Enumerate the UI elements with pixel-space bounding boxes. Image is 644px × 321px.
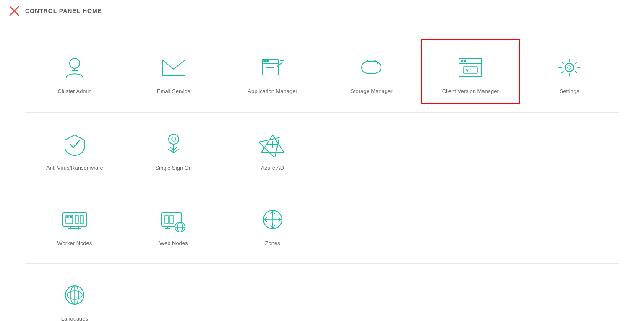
languages-label: Languages	[61, 316, 88, 321]
client-version-manager-label: Client Version Manager	[442, 88, 499, 94]
email-service-label: Email Service	[157, 88, 190, 94]
worker-nodes-item[interactable]: Worker Nodes	[25, 192, 124, 255]
svg-point-8	[264, 60, 266, 62]
single-sign-on-label: Single Sign On	[155, 165, 192, 171]
settings-item[interactable]: Settings	[520, 39, 619, 104]
application-manager-label: Application Manager	[248, 88, 297, 94]
svg-point-20	[565, 63, 574, 72]
cluster-admin-icon	[58, 53, 91, 82]
svg-point-22	[169, 134, 179, 144]
svg-rect-40	[170, 215, 173, 224]
single-sign-on-item[interactable]: Single Sign On	[124, 117, 223, 179]
svg-point-33	[67, 216, 68, 218]
main-content: Cluster Admin Email Service	[0, 22, 644, 321]
page-title: CONTROL PANEL HOME	[25, 8, 102, 14]
application-manager-item[interactable]: Application Manager	[223, 39, 322, 104]
antivirus-item[interactable]: Anti Virus/Ransomware	[25, 117, 124, 179]
svg-point-9	[267, 60, 269, 62]
section-row-2: Anti Virus/Ransomware Single Sign On	[25, 117, 619, 188]
svg-point-16	[461, 60, 463, 62]
storage-manager-label: Storage Manager	[350, 88, 392, 94]
client-version-manager-item[interactable]: V# Client Version Manager	[421, 39, 520, 104]
cluster-admin-item[interactable]: Cluster Admin	[25, 39, 124, 104]
languages-icon	[58, 280, 91, 310]
svg-point-23	[172, 137, 176, 141]
client-version-manager-icon: V#	[454, 53, 487, 82]
zones-label: Zones	[265, 240, 280, 246]
section-row-1: Cluster Admin Email Service	[25, 39, 619, 113]
web-nodes-label: Web Nodes	[159, 240, 188, 246]
web-nodes-item[interactable]: Web Nodes	[124, 192, 223, 255]
svg-point-2	[70, 58, 80, 68]
svg-point-34	[70, 216, 72, 218]
svg-point-17	[464, 60, 466, 62]
email-service-item[interactable]: Email Service	[124, 39, 223, 104]
worker-nodes-label: Worker Nodes	[57, 240, 92, 246]
worker-nodes-icon	[58, 205, 91, 234]
svg-rect-31	[75, 215, 78, 224]
languages-item[interactable]: Languages	[25, 268, 124, 321]
single-sign-on-icon	[157, 129, 190, 159]
azure-ad-icon	[256, 129, 289, 159]
application-manager-icon	[256, 53, 289, 82]
svg-rect-39	[165, 215, 168, 224]
settings-label: Settings	[560, 88, 579, 94]
svg-text:V#: V#	[466, 68, 471, 73]
storage-manager-item[interactable]: Storage Manager	[322, 39, 421, 104]
cluster-admin-label: Cluster Admin	[57, 88, 91, 94]
web-nodes-icon	[157, 205, 190, 234]
zones-item[interactable]: Zones	[223, 192, 322, 255]
azure-ad-label: Azure AD	[261, 165, 284, 171]
svg-rect-32	[80, 215, 83, 224]
antivirus-label: Anti Virus/Ransomware	[46, 165, 103, 171]
settings-icon	[553, 53, 586, 82]
zones-icon	[256, 205, 289, 234]
email-service-icon	[157, 53, 190, 82]
header: CONTROL PANEL HOME	[0, 0, 644, 22]
section-row-3: Worker Nodes Web Nodes	[25, 192, 619, 264]
section-row-4: Languages	[25, 268, 619, 321]
azure-ad-item[interactable]: Azure AD	[223, 117, 322, 179]
logo-icon	[8, 5, 20, 17]
antivirus-icon	[58, 129, 91, 159]
svg-point-21	[568, 66, 571, 69]
storage-manager-icon	[355, 53, 388, 82]
